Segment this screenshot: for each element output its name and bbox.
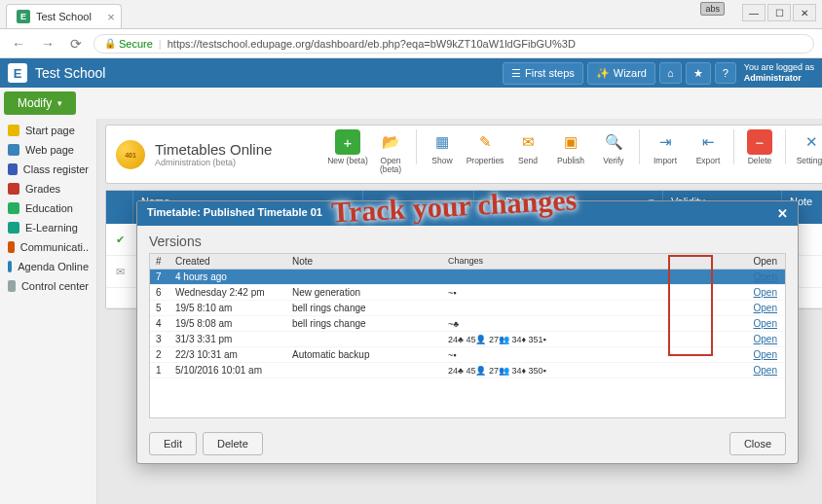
vh-note: Note [286,254,442,269]
sidebar-item-7[interactable]: Agenda Online [0,257,96,276]
toolbar-label: Publish [550,157,591,165]
sidebar-item-5[interactable]: E-Learning [0,218,96,237]
sidebar-item-2[interactable]: Class register [0,160,96,179]
toolbar-separator [733,129,734,164]
sidebar-item-label: Education [25,202,73,214]
popup-header[interactable]: Timetable: Published Timetable 01 ✕ [137,201,798,226]
version-created: 22/3 10:31 am [169,347,286,362]
browser-tab[interactable]: E Test School × [6,4,122,28]
version-changes: ~▪ [442,348,734,362]
wizard-button[interactable]: ✨ Wizard [587,62,655,85]
sidebar-item-6[interactable]: Communicati.. [0,237,96,257]
version-changes: 24♣ 45👤 27👥 34♦ 350▪ [442,364,734,378]
open-link[interactable]: Open [754,287,777,298]
star-button[interactable]: ★ [686,62,711,85]
version-row[interactable]: 5 19/5 8:10 am bell rings change Open [150,301,785,316]
first-steps-button[interactable]: ☰ First steps [503,62,583,85]
close-button[interactable]: Close [729,432,786,455]
toolbar-settings[interactable]: ✕Settings [791,129,822,165]
sidebar-item-label: Class register [23,163,89,175]
popup-title: Timetable: Published Timetable 01 [147,206,322,221]
toolbar-items: +New (beta)📂Open (beta)▦Show✎Properties✉… [327,129,822,179]
toolbar-send[interactable]: ✉Send [507,129,548,165]
sidebar-icon [8,125,19,136]
version-note: bell rings change [286,316,442,331]
forward-button[interactable]: → [37,34,58,54]
version-open: Open [734,363,783,378]
tab-close-icon[interactable]: × [107,10,115,24]
toolbar-delete[interactable]: −Delete [739,129,780,165]
sidebar-item-8[interactable]: Control center [0,276,96,296]
app-title: Test School [35,65,499,81]
reload-button[interactable]: ⟳ [66,34,86,54]
sidebar-item-0[interactable]: Start page [0,121,96,140]
abs-badge: abs [700,2,725,16]
sidebar-icon [8,280,16,292]
window-controls: — ☐ ✕ [742,4,816,21]
address-bar[interactable]: Secure | https://testschool.edupage.org/… [93,34,814,54]
sidebar-item-4[interactable]: Education [0,198,96,218]
toolbar-label: Verify [593,157,634,165]
modify-button[interactable]: Modify [4,91,76,115]
version-row[interactable]: 2 22/3 10:31 am Automatic backup ~▪ Open [150,347,785,363]
version-created: 5/10/2016 10:01 am [169,363,286,378]
edit-button[interactable]: Edit [149,432,197,455]
toolbar-new-beta-[interactable]: +New (beta) [327,129,368,165]
version-row[interactable]: 1 5/10/2016 10:01 am 24♣ 45👤 27👥 34♦ 350… [150,363,785,378]
toolbar-icon: ✎ [472,129,498,155]
toolbar-open-beta-[interactable]: 📂Open (beta) [370,129,411,175]
toolbar-export[interactable]: ⇤Export [688,129,729,165]
version-row[interactable]: 6 Wednesday 2:42 pm New generation ~▪ Op… [150,285,785,301]
version-note [286,275,442,279]
version-open: Open [734,347,783,362]
toolbar-verify[interactable]: 🔍Verify [593,129,634,165]
toolbar-label: Send [507,157,548,165]
version-created: 4 hours ago [169,270,286,284]
toolbar-label: Delete [739,157,780,165]
login-info[interactable]: You are logged as Administrator [744,62,814,84]
close-window-button[interactable]: ✕ [793,4,816,21]
toolbar-icon: ✉ [515,129,541,155]
toolbar-label: Settings [791,157,822,165]
open-link[interactable]: Open [754,349,777,360]
toolbar-separator [416,129,417,164]
popup-close-icon[interactable]: ✕ [777,206,788,221]
open-link[interactable]: Open [754,334,777,344]
open-link[interactable]: Open [754,365,777,376]
modify-bar: Modify [0,88,822,119]
toolbar-icon: 🔍 [601,129,626,155]
back-button[interactable]: ← [8,34,29,54]
open-link[interactable]: Open [754,318,777,329]
toolbar-publish[interactable]: ▣Publish [550,129,591,165]
toolbar-label: Import [645,157,686,165]
help-button[interactable]: ? [715,62,736,84]
maximize-button[interactable]: ☐ [767,4,791,21]
version-row[interactable]: 7 4 hours ago Open [150,270,785,285]
sidebar-item-3[interactable]: Grades [0,179,96,198]
delete-button[interactable]: Delete [203,432,263,455]
open-link[interactable]: Open [754,271,777,282]
version-changes [442,275,734,279]
home-button[interactable]: ⌂ [659,62,682,84]
version-open: Open [734,316,783,331]
sidebar-icon [8,241,15,253]
app-header: E Test School ☰ First steps ✨ Wizard ⌂ ★… [0,58,822,88]
toolbar-import[interactable]: ⇥Import [645,129,686,165]
modify-label: Modify [18,96,52,110]
open-link[interactable]: Open [754,303,777,313]
version-num: 7 [150,270,169,284]
sidebar-icon [8,222,19,234]
sidebar-icon [8,183,19,195]
login-role: Administrator [744,73,802,83]
toolbar-label: Show [422,157,463,165]
minimize-button[interactable]: — [742,4,766,21]
toolbar-show[interactable]: ▦Show [422,129,463,165]
app-logo-icon[interactable]: E [8,63,27,83]
row-status-icon [106,294,133,302]
version-num: 3 [150,332,169,346]
toolbar-properties[interactable]: ✎Properties [465,129,505,165]
versions-popup: Timetable: Published Timetable 01 ✕ Vers… [136,200,799,464]
sidebar-item-1[interactable]: Web page [0,140,96,160]
version-row[interactable]: 4 19/5 8:08 am bell rings change ~♣ Open [150,316,785,332]
version-row[interactable]: 3 31/3 3:31 pm 24♣ 45👤 27👥 34♦ 351▪ Open [150,332,785,347]
